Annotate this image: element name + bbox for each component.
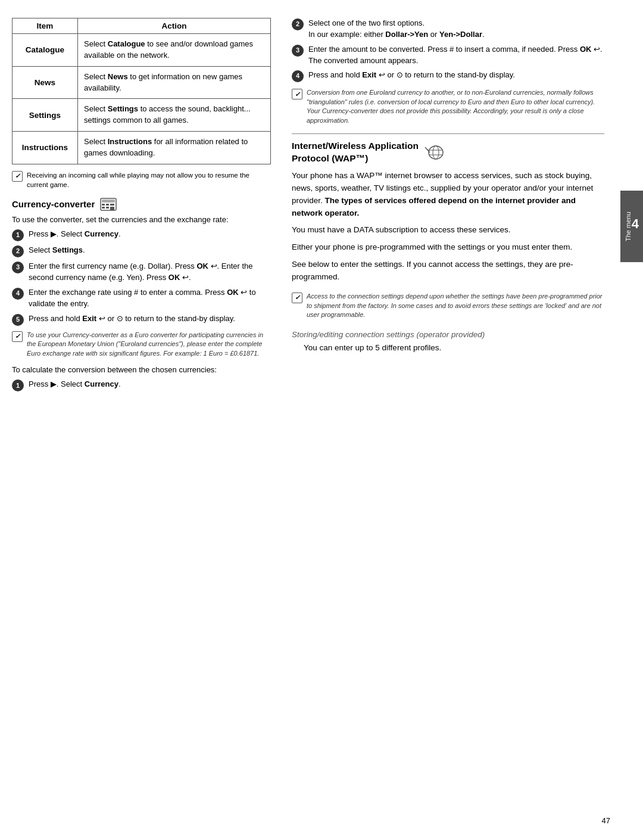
list-item: 1 Press ▶. Select Currency. <box>12 379 271 391</box>
step-text: Enter the exchange rate using # to enter… <box>29 287 271 310</box>
table-row: Settings Select Settings to access the s… <box>13 99 271 132</box>
right-column: 2 Select one of the two first options.In… <box>286 18 631 822</box>
item-instructions: Instructions <box>13 132 78 164</box>
step-number: 3 <box>292 45 304 57</box>
svg-rect-1 <box>102 200 115 203</box>
step-text: Enter the first currency name (e.g. Doll… <box>29 261 271 284</box>
table-note-text: Receiving an incoming call while playing… <box>27 170 271 189</box>
item-catalogue: Catalogue <box>13 34 78 67</box>
step-number: 1 <box>12 379 24 391</box>
step-text: Enter the amount to be converted. Press … <box>308 44 604 67</box>
wap-para-2: You must have a DATA subscription to acc… <box>292 224 604 237</box>
calculate-intro: To calculate the conversion between the … <box>12 364 271 376</box>
table-row: Instructions Select Instruc­tions for al… <box>13 132 271 164</box>
wap-heading: Internet/Wireless Application Protocol (… <box>292 140 604 165</box>
sub-para: You can enter up to 5 different profiles… <box>292 342 604 354</box>
svg-point-9 <box>433 146 439 159</box>
action-settings: Select Settings to access the sound, bac… <box>78 99 271 132</box>
svg-rect-6 <box>106 207 109 209</box>
svg-rect-5 <box>102 207 105 209</box>
svg-rect-7 <box>110 207 114 210</box>
item-table: Item Action Catalogue Select Catalogue t… <box>12 18 271 164</box>
list-item: 3 Enter the first currency name (e.g. Do… <box>12 261 271 284</box>
step-text: Press ▶. Select Currency. <box>29 229 271 240</box>
currency-intro: To use the converter, set the currencies… <box>12 214 271 226</box>
step-number: 3 <box>12 262 24 273</box>
currency-icon <box>99 198 117 211</box>
svg-rect-4 <box>110 204 114 206</box>
item-settings: Settings <box>13 99 78 132</box>
left-column: Item Action Catalogue Select Catalogue t… <box>12 18 286 822</box>
step-number: 2 <box>292 18 304 30</box>
side-tab: The menu 4 <box>620 191 643 262</box>
action-catalogue: Select Catalogue to see and/or download … <box>78 34 271 67</box>
list-item: 5 Press and hold Exit ↩ or ⊙ to return t… <box>12 313 271 326</box>
access-note-text: Access to the connection settings depend… <box>307 292 604 319</box>
step-number: 4 <box>12 288 24 300</box>
table-row: Catalogue Select Catalogue to see and/or… <box>13 34 271 67</box>
list-item: 4 Press and hold Exit ↩ or ⊙ to return t… <box>292 70 604 82</box>
calc-steps: 1 Press ▶. Select Currency. <box>12 379 271 391</box>
item-news: News <box>13 66 78 99</box>
step-number: 1 <box>12 229 24 241</box>
currency-heading: Currency-converter <box>12 198 271 211</box>
list-item: 4 Enter the exchange rate using # to ent… <box>12 287 271 310</box>
step-text: Press and hold Exit ↩ or ⊙ to return to … <box>308 70 604 81</box>
col-action: Action <box>78 18 271 34</box>
step-text: Press ▶. Select Currency. <box>29 379 271 390</box>
svg-rect-3 <box>106 204 109 206</box>
note-icon: ✓ <box>292 89 302 99</box>
action-news: Select News to get information on new ga… <box>78 66 271 99</box>
side-tab-number: 4 <box>632 216 639 232</box>
sub-heading: Storing/editing connection settings (ope… <box>292 330 604 339</box>
step-number: 5 <box>12 314 24 326</box>
section-divider <box>292 133 604 134</box>
currency-steps: 1 Press ▶. Select Currency. 2 Select Set… <box>12 229 271 325</box>
note-icon: ✓ <box>292 293 302 303</box>
step-number: 4 <box>292 70 304 82</box>
action-instructions: Select Instruc­tions for all information… <box>78 132 271 164</box>
list-item: 1 Press ▶. Select Currency. <box>12 229 271 241</box>
table-note-box: ✓ Receiving an incoming call while playi… <box>12 170 271 189</box>
euro-note-box: ✓ To use your Currency-converter as a Eu… <box>12 331 271 358</box>
list-item: 2 Select Settings. <box>12 245 271 257</box>
side-tab-label: The menu <box>625 211 632 241</box>
svg-point-8 <box>429 146 443 159</box>
note-icon: ✓ <box>12 331 23 342</box>
wap-heading-text: Internet/Wireless Application Protocol (… <box>292 140 419 165</box>
access-note-box: ✓ Access to the connection settings depe… <box>292 288 604 323</box>
currency-heading-text: Currency-converter <box>12 199 95 209</box>
col-item: Item <box>13 18 78 34</box>
step-text: Select Settings. <box>29 245 271 256</box>
step-text: Press and hold Exit ↩ or ⊙ to return to … <box>29 313 271 325</box>
euroland-note-text: Conversion from one Euroland currency to… <box>307 88 604 125</box>
page-container: Item Action Catalogue Select Catalogue t… <box>0 0 643 840</box>
euro-note-text: To use your Currency-converter as a Euro… <box>27 331 271 358</box>
euroland-note-box: ✓ Conversion from one Euroland currency … <box>292 88 604 125</box>
page-number: 47 <box>602 816 610 825</box>
svg-line-13 <box>425 147 428 151</box>
list-item: 3 Enter the amount to be converted. Pres… <box>292 44 604 67</box>
svg-rect-2 <box>102 204 105 206</box>
wap-para-4: See below to enter the settings. If you … <box>292 259 604 284</box>
wap-para-3: Either your phone is pre-programmed with… <box>292 241 604 254</box>
wap-para-1: Your phone has a WAP™ internet browser t… <box>292 170 604 220</box>
step-text: Select one of the two first options.In o… <box>308 18 604 41</box>
step-number: 2 <box>12 245 24 257</box>
list-item: 2 Select one of the two first options.In… <box>292 18 604 41</box>
note-icon: ✓ <box>12 171 23 182</box>
wap-icon <box>423 144 447 161</box>
table-row: News Select News to get information on n… <box>13 66 271 99</box>
continued-steps: 2 Select one of the two first options.In… <box>292 18 604 82</box>
